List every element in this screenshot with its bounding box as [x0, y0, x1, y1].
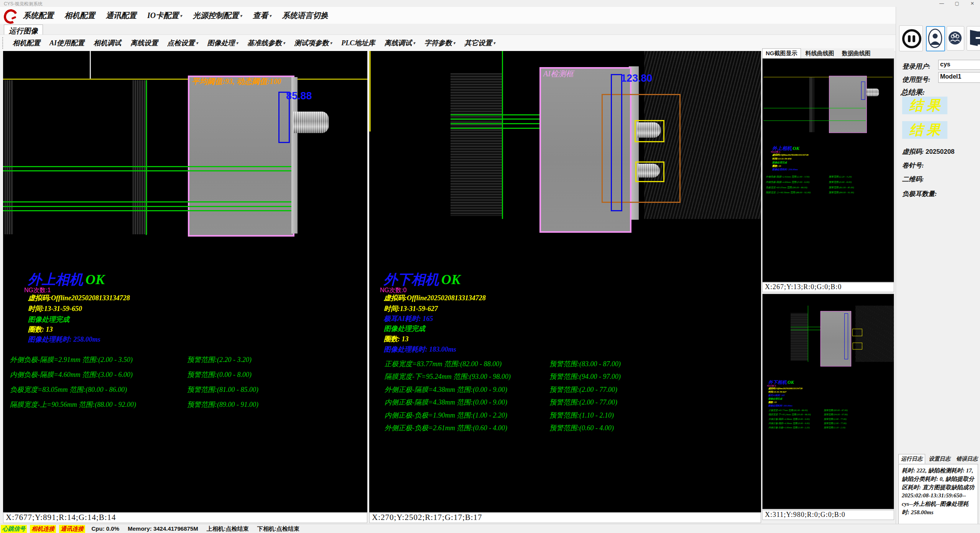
tool-camera-config[interactable]: 相机配置 [10, 38, 43, 48]
comm-link-badge: 通讯连接 [59, 525, 85, 533]
user-manage-button[interactable] [947, 26, 964, 51]
model-field[interactable]: Model1 [938, 72, 980, 83]
info-line: 图像处理完成 [28, 315, 69, 324]
tool-image-processing[interactable]: 图像处理▾ [205, 38, 241, 48]
green-line [3, 206, 291, 207]
green-vertical-line [502, 51, 503, 219]
result-box-upper: 结 果 [902, 97, 947, 114]
camera-link-badge: 相机连接 [30, 525, 56, 533]
tab-ng-capture[interactable]: NG截图显示 [762, 48, 801, 58]
lower-camera-check-status: 下相机:点检结束 [257, 525, 299, 532]
info-line: 虚拟码:Offline20250208133134728 [384, 293, 486, 303]
upper-camera-pixel-status: X:7677;Y:891;R:14;G:14;B:14 [3, 512, 367, 523]
tab-settings-log[interactable]: 设置日志 [927, 454, 953, 464]
close-icon[interactable]: ✕ [965, 0, 980, 7]
upper-camera-check-status: 上相机:点检结束 [207, 525, 249, 532]
chevron-down-icon: ▾ [236, 41, 238, 45]
chevron-down-icon: ▾ [283, 41, 285, 45]
measurement-text: 外侧负极-隔膜=2.91mm 范围:(2.00 - 3.50) [10, 355, 133, 364]
measurement-text: 正极宽度=83.77mm 范围:(82.00 - 88.00) [385, 359, 502, 368]
info-line: 圈数: 13 [28, 325, 53, 334]
info-line: 图像处理完成 [384, 324, 425, 333]
tool-offline-debug[interactable]: 离线调试▾ [381, 38, 418, 48]
thumb2-pixel-status: X:311;Y:980;R:0;G:0;B:0 [762, 510, 894, 520]
measurement-text: 隔膜宽度-下=95.24mm 范围:(93.00 - 98.00) [385, 372, 511, 381]
right-control-column: 登录用户: cys 使用型号: Model1 总结果: 结 果 结 果 虚拟码:… [896, 7, 980, 524]
lower-camera-pixel-status: X:270;Y:2502;R:17;G:17;B:17 [369, 512, 761, 523]
warning-range-text: 预警范围:(2.00 - 77.00) [549, 398, 617, 407]
green-line [3, 201, 291, 202]
tab-error-log[interactable]: 错误日志 [954, 454, 980, 464]
lower-camera-view[interactable]: AI检测框 123.80 外下相机OK NG次数:0 虚拟码:Offline20… [369, 51, 761, 512]
tool-offline-settings[interactable]: 离线设置 [128, 38, 161, 48]
chevron-down-icon: ▾ [453, 41, 455, 45]
virtual-code-label: 虚拟码: 20250208 [902, 147, 955, 156]
result-box-lower: 结 果 [902, 121, 947, 139]
tool-char-params[interactable]: 字符参数▾ [422, 38, 458, 48]
metal-pin [637, 122, 661, 138]
chevron-down-icon: ▾ [493, 41, 495, 45]
ng-thumbnail-lower[interactable]: 外下相机OK NG次数:0 虚拟码:Offline202502081331347… [762, 294, 894, 509]
menu-language-switch[interactable]: 系统语言切换 [279, 10, 331, 21]
ng-thumbnail-upper[interactable]: 外上相机OK NG次数:1 虚拟码:Offline202502081331347… [762, 58, 894, 282]
menu-light-control-config[interactable]: 光源控制配置▾ [190, 10, 245, 21]
tool-test-item-params[interactable]: 测试项参数▾ [292, 38, 335, 48]
measurement-text: 负极宽度=83.05mm 范围:(80.00 - 86.00) [10, 385, 127, 394]
chevron-down-icon: ▾ [413, 41, 415, 45]
tool-spot-check[interactable]: 点检设置▾ [164, 38, 201, 48]
menu-system-config[interactable]: 系统配置 [20, 10, 57, 21]
pause-icon [902, 29, 921, 48]
info-line: 图像处理耗时: 183.00ms [384, 345, 456, 354]
tab-data-curve[interactable]: 数据曲线图 [839, 49, 874, 58]
qr-code-label: 二维码: [902, 175, 924, 184]
info-line: 时间:13-31-59-627 [384, 304, 438, 313]
model-label: 使用型号: [902, 75, 931, 84]
menu-comm-config[interactable]: 通讯配置 [103, 10, 140, 21]
measurement-text: 内侧正极-负极=1.90mm 范围:(1.00 - 2.20) [385, 411, 507, 420]
texture-column [451, 73, 503, 216]
menu-io-card-config[interactable]: IO卡配置▾ [144, 10, 185, 21]
measurement-text: 内侧正极-隔膜=4.38mm 范围:(0.00 - 9.00) [385, 398, 507, 407]
metal-pin [293, 112, 329, 133]
tab-material-curve[interactable]: 料线曲线图 [802, 49, 837, 58]
measure-blue-box [611, 74, 622, 211]
tool-camera-debug[interactable]: 相机调试 [91, 38, 124, 48]
window-title: CYS-视觉检测系统 [4, 1, 43, 7]
minimize-icon[interactable]: — [934, 0, 949, 7]
view-tab-row: 运行图像 [0, 24, 980, 35]
yellow-edge-line [369, 51, 371, 132]
upper-camera-view[interactable]: 平均阈值:93, 动态阈值:100 85.88 外上相机OK NG次数:1 虚拟… [3, 51, 367, 512]
measurement-text: 外侧正极-负极=2.61mm 范围:(0.60 - 4.00) [385, 423, 507, 433]
login-user-field[interactable]: cys [938, 60, 980, 70]
width-value-overlay: 123.80 [621, 72, 653, 84]
maximize-icon[interactable]: ▢ [949, 0, 965, 7]
chevron-down-icon: ▾ [240, 13, 242, 18]
pause-button[interactable] [899, 25, 923, 51]
tool-other-settings[interactable]: 其它设置▾ [462, 38, 498, 48]
thumb1-pixel-status: X:267;Y:13;R:0;G:0;B:0 [762, 282, 894, 292]
chevron-down-icon: ▾ [196, 41, 198, 45]
app-logo-icon [3, 8, 16, 21]
warning-range-text: 预警范围:(2.00 - 77.00) [549, 385, 617, 394]
warning-range-text: 预警范围:(2.20 - 3.20) [187, 355, 252, 364]
run-log-text[interactable]: 耗时: 222, 缺陷检测耗时: 17, 缺陷分类耗时: 0, 缺陷提取分区耗时… [898, 464, 978, 525]
info-line: 极耳AI耗时: 165 [384, 314, 433, 323]
tab-run-log[interactable]: 运行日志 [898, 454, 925, 464]
cpu-usage-text: Cpu: 0.0% [92, 525, 120, 532]
info-line: 图像处理耗时: 258.00ms [28, 335, 100, 344]
current-user-button[interactable] [926, 26, 945, 51]
app-window: CYS-视觉检测系统 — ▢ ✕ 系统配置 相机配置 通讯配置 IO卡配置▾ 光… [0, 0, 980, 533]
toolbar-grip-handle[interactable] [2, 37, 3, 49]
neg-tab-count-label: 负极耳数量: [902, 189, 937, 198]
tool-plc-address-lib[interactable]: PLC地址库 [339, 38, 378, 48]
green-line [3, 166, 291, 167]
exit-button[interactable] [967, 26, 980, 51]
status-taskbar: 心跳信号 相机连接 通讯连接 Cpu: 0.0% Memory: 3424.41… [0, 524, 980, 533]
menu-camera-config[interactable]: 相机配置 [61, 10, 98, 21]
chevron-down-icon: ▾ [269, 13, 271, 18]
tool-ai-use-config[interactable]: AI使用配置 [47, 38, 87, 48]
chevron-down-icon: ▾ [330, 41, 332, 45]
tool-baseline-params[interactable]: 基准线参数▾ [245, 38, 288, 48]
info-line: 虚拟码:Offline20250208133134728 [28, 293, 130, 303]
menu-view[interactable]: 查看▾ [250, 10, 275, 21]
